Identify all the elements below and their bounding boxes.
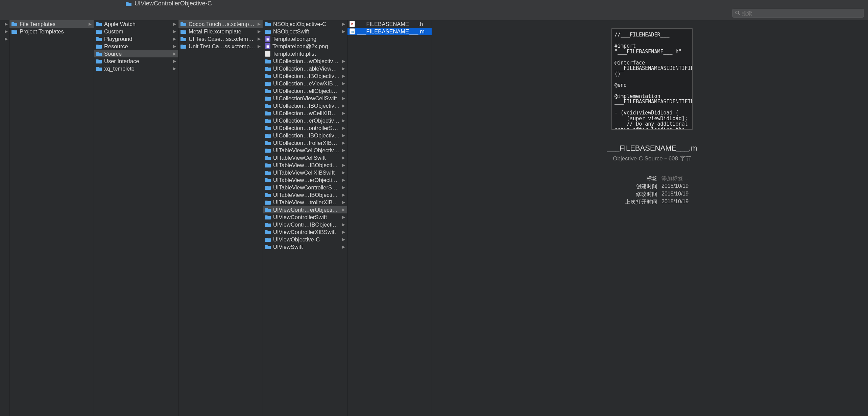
chevron-right-icon: ▶ — [342, 178, 346, 182]
list-item-label: UICollection…IBObjective-C — [273, 132, 340, 139]
list-item[interactable]: UITableView…IBObjective-C▶ — [263, 191, 347, 199]
chevron-right-icon: ▶ — [342, 74, 346, 78]
list-item[interactable]: UI Test Case…ss.xctemplate▶ — [178, 35, 263, 43]
list-item-label: UIViewControllerXIBSwift — [273, 229, 340, 235]
list-item[interactable]: UITableView…erObjective-C▶ — [263, 176, 347, 184]
chevron-right-icon: ▶ — [173, 59, 177, 63]
chevron-right-icon: ▶ — [89, 22, 92, 26]
list-item[interactable]: UICollection…wCellXIBSwift▶ — [263, 109, 347, 117]
chevron-right-icon: ▶ — [342, 163, 346, 167]
column-3[interactable]: Cocoa Touch…s.xctemplate▶Metal File.xcte… — [178, 20, 263, 416]
folder-icon — [265, 222, 271, 227]
chevron-right-icon: ▶ — [342, 140, 346, 145]
list-item[interactable]: UIViewContr…IBObjective-C▶ — [263, 221, 347, 228]
list-item[interactable]: Cocoa Touch…s.xctemplate▶ — [178, 20, 263, 28]
folder-icon — [265, 237, 271, 242]
list-item[interactable]: m___FILEBASENAME___.m — [347, 28, 432, 35]
list-item[interactable]: Resource▶ — [94, 43, 178, 50]
list-item[interactable]: UIViewControllerSwift▶ — [263, 213, 347, 221]
folder-icon — [265, 215, 271, 219]
meta-row-opened: 上次打开时间 2018/10/19 — [611, 199, 693, 206]
list-item[interactable]: UICollection…erObjective-C▶ — [263, 117, 347, 124]
chevron-right-icon: ▶ — [342, 103, 346, 108]
list-item[interactable]: UICollection…ellObjective-C▶ — [263, 87, 347, 95]
list-item-label: UI Test Case…ss.xctemplate — [189, 36, 256, 42]
list-item-label: UICollection…ontrollerSwift — [273, 125, 340, 131]
list-item-label: UITableViewControllerSwift — [273, 184, 340, 191]
column-0[interactable]: ▶▶▶ — [0, 20, 9, 416]
list-item-label: UICollectionViewCellSwift — [273, 95, 340, 102]
list-item[interactable]: xq_templete▶ — [94, 65, 178, 72]
column-5[interactable]: h___FILEBASENAME___.hm___FILEBASENAME___… — [347, 20, 432, 416]
preview-subtitle: Objective-C Source－608 字节 — [613, 155, 691, 162]
list-item-label: UITableView…erObjective-C — [273, 177, 340, 183]
list-item[interactable]: Apple Watch▶ — [94, 20, 178, 28]
preview-meta: 标签 添加标签… 创建时间 2018/10/19 修改时间 2018/10/19… — [611, 175, 693, 206]
chevron-right-icon: ▶ — [173, 44, 177, 49]
list-item[interactable]: Source▶ — [94, 50, 178, 57]
list-item[interactable]: UIViewSwift▶ — [263, 243, 347, 251]
list-item-label: Project Templates — [20, 28, 92, 35]
list-item[interactable]: NSObjectObjective-C▶ — [263, 20, 347, 28]
column-2[interactable]: Apple Watch▶Custom▶Playground▶Resource▶S… — [94, 20, 178, 416]
chevron-right-icon[interactable]: ▶ — [0, 35, 9, 43]
list-item-label: User Interface — [104, 58, 171, 64]
list-item[interactable]: UITableViewCellObjective-C▶ — [263, 147, 347, 154]
list-item[interactable]: UITableView…IBObjective-C▶ — [263, 161, 347, 169]
list-item[interactable]: UICollection…IBObjective-C▶ — [263, 72, 347, 80]
list-item[interactable]: UICollectionViewCellSwift▶ — [263, 95, 347, 102]
meta-value: 2018/10/19 — [661, 191, 693, 198]
list-item[interactable]: UIViewObjective-C▶ — [263, 236, 347, 243]
list-item[interactable]: UICollection…IBObjective-C▶ — [263, 102, 347, 109]
list-item[interactable]: UITableViewCellXIBSwift▶ — [263, 169, 347, 176]
list-item-label: UIViewContr…erObjective-C — [273, 207, 340, 213]
list-item[interactable]: UITableViewCellSwift▶ — [263, 154, 347, 161]
list-item-label: TemplateIcon@2x.png — [272, 43, 346, 50]
toolbar: UIViewControllerObjective-C — [0, 0, 868, 20]
list-item[interactable]: UICollection…wObjective-C▶ — [263, 57, 347, 65]
list-item[interactable]: Unit Test Ca…ss.xctemplate▶ — [178, 43, 263, 50]
folder-icon — [180, 44, 187, 49]
folder-icon — [265, 74, 271, 78]
preview-code: //___FILEHEADER___ #import "___FILEBASEN… — [611, 28, 693, 130]
meta-label: 标签 — [647, 175, 657, 182]
list-item-label: NSObjectObjective-C — [273, 21, 340, 27]
folder-icon — [265, 148, 271, 153]
list-item-label: File Templates — [20, 21, 87, 27]
meta-value[interactable]: 添加标签… — [661, 175, 693, 182]
column-4[interactable]: NSObjectObjective-C▶NSObjectSwift▶▣Templ… — [263, 20, 347, 416]
list-item[interactable]: UICollection…IBObjective-C▶ — [263, 132, 347, 139]
list-item[interactable]: UICollection…eViewXIBSwift▶ — [263, 80, 347, 87]
list-item[interactable]: Project Templates — [9, 28, 94, 35]
search-field[interactable] — [732, 9, 864, 18]
folder-icon — [96, 59, 102, 63]
list-item[interactable]: UITableViewControllerSwift▶ — [263, 184, 347, 191]
list-item[interactable]: Custom▶ — [94, 28, 178, 35]
chevron-right-icon: ▶ — [342, 148, 346, 153]
chevron-right-icon: ▶ — [342, 192, 346, 197]
chevron-right-icon[interactable]: ▶ — [0, 20, 9, 28]
list-item[interactable]: UICollection…ontrollerSwift▶ — [263, 124, 347, 132]
list-item[interactable]: UICollection…ableViewSwift▶ — [263, 65, 347, 72]
list-item[interactable]: ≡TemplateInfo.plist — [263, 50, 347, 57]
search-input[interactable] — [742, 10, 861, 16]
list-item[interactable]: UIViewControllerXIBSwift▶ — [263, 228, 347, 236]
header-file-icon: h — [349, 21, 355, 27]
list-item[interactable]: File Templates▶ — [9, 20, 94, 28]
list-item[interactable]: ▣TemplateIcon.png — [263, 35, 347, 43]
list-item[interactable]: Playground▶ — [94, 35, 178, 43]
list-item[interactable]: Metal File.xctemplate▶ — [178, 28, 263, 35]
list-item-label: NSObjectSwift — [273, 28, 340, 35]
list-item[interactable]: h___FILEBASENAME___.h — [347, 20, 432, 28]
chevron-right-icon[interactable]: ▶ — [0, 28, 9, 35]
list-item[interactable]: UIViewContr…erObjective-C▶ — [263, 206, 347, 213]
list-item[interactable]: User Interface▶ — [94, 57, 178, 65]
list-item[interactable]: UICollection…trollerXIBSwift▶ — [263, 139, 347, 147]
list-item[interactable]: UITableView…trollerXIBSwift▶ — [263, 199, 347, 206]
column-1[interactable]: File Templates▶Project Templates — [9, 20, 94, 416]
list-item[interactable]: ▣TemplateIcon@2x.png — [263, 43, 347, 50]
meta-label: 修改时间 — [636, 191, 657, 198]
list-item-label: Source — [104, 51, 171, 57]
list-item[interactable]: NSObjectSwift▶ — [263, 28, 347, 35]
chevron-right-icon: ▶ — [258, 44, 261, 49]
